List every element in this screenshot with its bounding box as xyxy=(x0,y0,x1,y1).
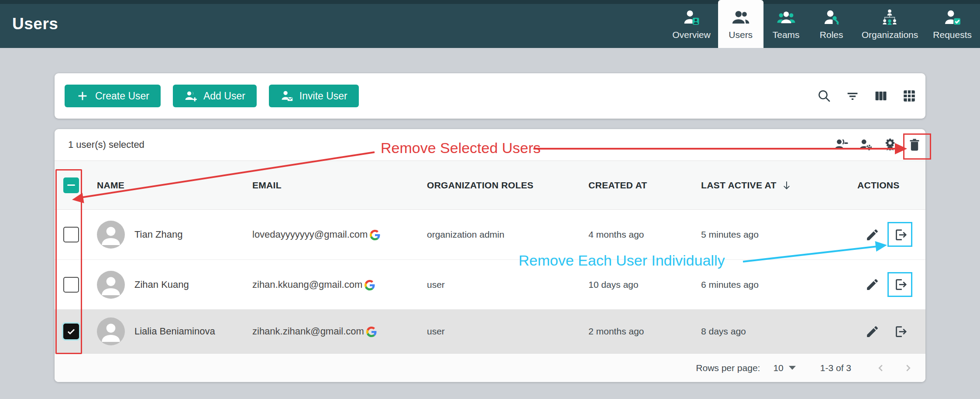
next-page-button[interactable] xyxy=(900,360,916,376)
remove-user-icon[interactable] xyxy=(893,227,909,243)
google-icon xyxy=(370,229,380,240)
column-header-roles[interactable]: ORGANIZATION ROLES xyxy=(427,180,588,191)
people-icon xyxy=(732,8,750,27)
selection-bar: 1 user(s) selected xyxy=(55,129,925,161)
main-nav: Overview Users Teams Roles xyxy=(665,0,980,48)
edit-user-icon[interactable] xyxy=(864,276,880,293)
org-chart-icon xyxy=(880,8,899,27)
user-roles: organization admin xyxy=(427,229,588,240)
select-all-checkbox[interactable] xyxy=(63,177,79,193)
add-user-button[interactable]: Add User xyxy=(173,85,257,107)
users-table: 1 user(s) selected NAME xyxy=(55,129,925,382)
remove-user-icon[interactable] xyxy=(893,276,909,293)
delete-icon[interactable] xyxy=(906,137,922,153)
nav-tab-label: Organizations xyxy=(862,30,918,40)
view-column-icon[interactable] xyxy=(873,88,889,104)
sort-desc-icon xyxy=(781,180,792,191)
toolbar: Create User Add User Invite User xyxy=(55,73,925,119)
created-at: 10 days ago xyxy=(588,280,701,290)
user-email: zihan.kkuang@gmail.com xyxy=(252,279,362,290)
column-header-last-active[interactable]: LAST ACTIVE AT xyxy=(701,180,847,191)
user-roles: user xyxy=(427,326,588,337)
user-name: Zihan Kuang xyxy=(134,279,189,290)
nav-tab-label: Overview xyxy=(672,30,711,40)
column-header-last-active-label: LAST ACTIVE AT xyxy=(701,180,777,191)
user-name: Lialia Beniaminova xyxy=(134,326,215,337)
invite-user-button[interactable]: Invite User xyxy=(269,85,359,107)
column-header-created[interactable]: CREATED AT xyxy=(588,180,701,191)
search-icon[interactable] xyxy=(816,88,832,104)
person-remove-icon[interactable] xyxy=(833,137,849,153)
edit-user-icon[interactable] xyxy=(864,324,880,340)
rows-per-page-label: Rows per page: xyxy=(696,363,760,373)
remove-user-icon[interactable] xyxy=(893,324,909,340)
table-header-row: NAME EMAIL ORGANIZATION ROLES CREATED AT… xyxy=(55,161,925,210)
column-header-email[interactable]: EMAIL xyxy=(252,180,427,191)
grid-icon[interactable] xyxy=(901,88,918,104)
teams-icon xyxy=(777,8,795,27)
rows-per-page-value: 10 xyxy=(773,363,783,373)
nav-tab-organizations[interactable]: Organizations xyxy=(854,0,926,48)
row-checkbox[interactable] xyxy=(63,324,79,339)
user-roles: user xyxy=(427,280,588,290)
created-at: 4 months ago xyxy=(588,229,701,240)
avatar xyxy=(97,317,125,345)
add-user-label: Add User xyxy=(203,90,245,102)
nav-tab-label: Users xyxy=(729,30,753,40)
selection-count: 1 user(s) selected xyxy=(68,139,144,150)
app-header: Users Overview Users Teams xyxy=(0,0,980,48)
award-icon[interactable] xyxy=(882,137,898,153)
nav-tab-teams[interactable]: Teams xyxy=(763,0,809,48)
plus-icon xyxy=(76,89,89,102)
google-icon xyxy=(364,279,375,290)
nav-tab-label: Requests xyxy=(933,30,972,40)
last-active-at: 8 days ago xyxy=(701,326,847,337)
person-mail-icon xyxy=(280,89,293,102)
create-user-button[interactable]: Create User xyxy=(65,85,161,107)
avatar xyxy=(97,271,125,299)
nav-tab-roles[interactable]: Roles xyxy=(809,0,854,48)
nav-tab-label: Roles xyxy=(820,30,843,40)
created-at: 2 months ago xyxy=(588,326,701,337)
table-pagination: Rows per page: 10 1-3 of 3 xyxy=(55,354,925,382)
create-user-label: Create User xyxy=(95,90,149,102)
nav-tab-users[interactable]: Users xyxy=(718,0,763,48)
chevron-down-icon xyxy=(789,366,796,370)
edit-user-icon[interactable] xyxy=(864,227,880,243)
avatar xyxy=(97,221,125,249)
column-header-actions: ACTIONS xyxy=(847,180,925,191)
google-icon xyxy=(366,326,377,337)
page-title: Users xyxy=(12,15,58,33)
filter-icon[interactable] xyxy=(844,88,861,104)
pagination-range: 1-3 of 3 xyxy=(820,363,851,373)
selection-actions xyxy=(833,137,924,153)
user-email: lovedayyyyyyy@gmail.com xyxy=(252,229,368,240)
user-email: zihank.zihank@gmail.com xyxy=(252,326,364,337)
rows-per-page-select[interactable]: 10 xyxy=(773,363,795,373)
last-active-at: 6 minutes ago xyxy=(701,280,847,290)
person-badge-icon xyxy=(682,8,701,27)
table-row-lialia-beniaminova: Lialia Beniaminova zihank.zihank@gmail.c… xyxy=(55,310,925,354)
column-header-name[interactable]: NAME xyxy=(87,180,252,191)
invite-user-label: Invite User xyxy=(299,90,347,102)
person-add-icon xyxy=(184,89,197,102)
previous-page-button[interactable] xyxy=(873,360,889,376)
users-admin-page: Users Overview Users Teams xyxy=(0,0,980,399)
table-row-zihan-kuang: Zihan Kuang zihan.kkuang@gmail.com user … xyxy=(55,260,925,310)
person-key-icon xyxy=(822,8,841,27)
nav-tab-overview[interactable]: Overview xyxy=(665,0,718,48)
table-row-tian-zhang: Tian Zhang lovedayyyyyyy@gmail.com organ… xyxy=(55,210,925,260)
person-check-icon xyxy=(943,8,962,27)
user-name: Tian Zhang xyxy=(134,229,182,240)
nav-tab-requests[interactable]: Requests xyxy=(925,0,979,48)
row-checkbox[interactable] xyxy=(63,227,79,242)
row-checkbox[interactable] xyxy=(63,277,79,293)
nav-tab-label: Teams xyxy=(773,30,800,40)
toolbar-icons xyxy=(816,88,921,104)
last-active-at: 5 minutes ago xyxy=(701,229,847,240)
person-settings-icon[interactable] xyxy=(857,137,873,153)
